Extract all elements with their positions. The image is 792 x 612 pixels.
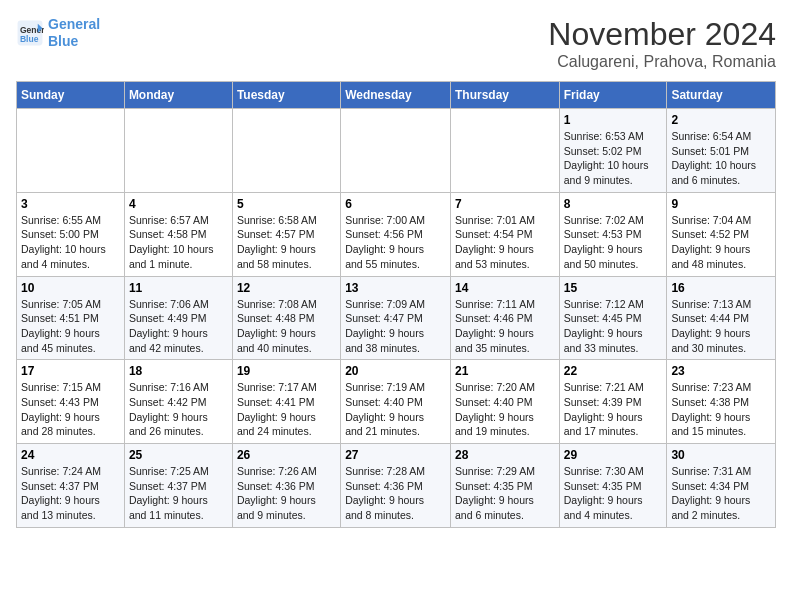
weekday-header-thursday: Thursday xyxy=(450,82,559,109)
day-info: Sunrise: 7:31 AMSunset: 4:34 PMDaylight:… xyxy=(671,464,771,523)
calendar-cell: 21Sunrise: 7:20 AMSunset: 4:40 PMDayligh… xyxy=(450,360,559,444)
day-info: Sunrise: 6:57 AMSunset: 4:58 PMDaylight:… xyxy=(129,213,228,272)
logo: General Blue General Blue xyxy=(16,16,100,50)
calendar-cell: 26Sunrise: 7:26 AMSunset: 4:36 PMDayligh… xyxy=(232,444,340,528)
day-info: Sunrise: 7:30 AMSunset: 4:35 PMDaylight:… xyxy=(564,464,663,523)
day-info: Sunrise: 7:11 AMSunset: 4:46 PMDaylight:… xyxy=(455,297,555,356)
day-info: Sunrise: 7:16 AMSunset: 4:42 PMDaylight:… xyxy=(129,380,228,439)
day-number: 11 xyxy=(129,281,228,295)
day-number: 8 xyxy=(564,197,663,211)
day-info: Sunrise: 7:12 AMSunset: 4:45 PMDaylight:… xyxy=(564,297,663,356)
day-number: 30 xyxy=(671,448,771,462)
day-info: Sunrise: 7:08 AMSunset: 4:48 PMDaylight:… xyxy=(237,297,336,356)
calendar-cell xyxy=(450,109,559,193)
day-number: 6 xyxy=(345,197,446,211)
calendar-cell: 6Sunrise: 7:00 AMSunset: 4:56 PMDaylight… xyxy=(341,192,451,276)
day-info: Sunrise: 6:58 AMSunset: 4:57 PMDaylight:… xyxy=(237,213,336,272)
calendar-cell: 8Sunrise: 7:02 AMSunset: 4:53 PMDaylight… xyxy=(559,192,667,276)
calendar-cell: 23Sunrise: 7:23 AMSunset: 4:38 PMDayligh… xyxy=(667,360,776,444)
day-number: 5 xyxy=(237,197,336,211)
weekday-header-friday: Friday xyxy=(559,82,667,109)
svg-text:Blue: Blue xyxy=(20,33,39,43)
weekday-header-tuesday: Tuesday xyxy=(232,82,340,109)
calendar-cell: 27Sunrise: 7:28 AMSunset: 4:36 PMDayligh… xyxy=(341,444,451,528)
day-info: Sunrise: 7:28 AMSunset: 4:36 PMDaylight:… xyxy=(345,464,446,523)
day-number: 7 xyxy=(455,197,555,211)
day-info: Sunrise: 7:19 AMSunset: 4:40 PMDaylight:… xyxy=(345,380,446,439)
day-number: 10 xyxy=(21,281,120,295)
day-number: 1 xyxy=(564,113,663,127)
calendar-cell: 22Sunrise: 7:21 AMSunset: 4:39 PMDayligh… xyxy=(559,360,667,444)
day-number: 29 xyxy=(564,448,663,462)
weekday-header-saturday: Saturday xyxy=(667,82,776,109)
day-number: 14 xyxy=(455,281,555,295)
calendar-cell xyxy=(17,109,125,193)
weekday-header-sunday: Sunday xyxy=(17,82,125,109)
calendar-cell: 9Sunrise: 7:04 AMSunset: 4:52 PMDaylight… xyxy=(667,192,776,276)
day-number: 19 xyxy=(237,364,336,378)
day-number: 3 xyxy=(21,197,120,211)
calendar-table: SundayMondayTuesdayWednesdayThursdayFrid… xyxy=(16,81,776,528)
day-number: 12 xyxy=(237,281,336,295)
weekday-header-monday: Monday xyxy=(124,82,232,109)
day-info: Sunrise: 7:15 AMSunset: 4:43 PMDaylight:… xyxy=(21,380,120,439)
calendar-cell: 30Sunrise: 7:31 AMSunset: 4:34 PMDayligh… xyxy=(667,444,776,528)
day-number: 18 xyxy=(129,364,228,378)
calendar-cell: 1Sunrise: 6:53 AMSunset: 5:02 PMDaylight… xyxy=(559,109,667,193)
day-number: 25 xyxy=(129,448,228,462)
day-info: Sunrise: 7:20 AMSunset: 4:40 PMDaylight:… xyxy=(455,380,555,439)
day-info: Sunrise: 7:06 AMSunset: 4:49 PMDaylight:… xyxy=(129,297,228,356)
day-number: 28 xyxy=(455,448,555,462)
page-header: General Blue General Blue November 2024 … xyxy=(16,16,776,71)
calendar-cell xyxy=(232,109,340,193)
calendar-cell: 29Sunrise: 7:30 AMSunset: 4:35 PMDayligh… xyxy=(559,444,667,528)
day-number: 16 xyxy=(671,281,771,295)
day-info: Sunrise: 7:00 AMSunset: 4:56 PMDaylight:… xyxy=(345,213,446,272)
day-number: 21 xyxy=(455,364,555,378)
day-info: Sunrise: 7:24 AMSunset: 4:37 PMDaylight:… xyxy=(21,464,120,523)
logo-text-line2: Blue xyxy=(48,33,100,50)
location-subtitle: Calugareni, Prahova, Romania xyxy=(548,53,776,71)
calendar-cell: 18Sunrise: 7:16 AMSunset: 4:42 PMDayligh… xyxy=(124,360,232,444)
day-info: Sunrise: 7:26 AMSunset: 4:36 PMDaylight:… xyxy=(237,464,336,523)
calendar-cell: 19Sunrise: 7:17 AMSunset: 4:41 PMDayligh… xyxy=(232,360,340,444)
day-info: Sunrise: 7:04 AMSunset: 4:52 PMDaylight:… xyxy=(671,213,771,272)
day-number: 17 xyxy=(21,364,120,378)
calendar-cell xyxy=(341,109,451,193)
day-info: Sunrise: 7:25 AMSunset: 4:37 PMDaylight:… xyxy=(129,464,228,523)
day-number: 13 xyxy=(345,281,446,295)
day-info: Sunrise: 7:01 AMSunset: 4:54 PMDaylight:… xyxy=(455,213,555,272)
day-info: Sunrise: 7:29 AMSunset: 4:35 PMDaylight:… xyxy=(455,464,555,523)
day-info: Sunrise: 7:05 AMSunset: 4:51 PMDaylight:… xyxy=(21,297,120,356)
calendar-cell: 12Sunrise: 7:08 AMSunset: 4:48 PMDayligh… xyxy=(232,276,340,360)
calendar-cell: 2Sunrise: 6:54 AMSunset: 5:01 PMDaylight… xyxy=(667,109,776,193)
month-title: November 2024 xyxy=(548,16,776,53)
day-number: 24 xyxy=(21,448,120,462)
calendar-cell: 17Sunrise: 7:15 AMSunset: 4:43 PMDayligh… xyxy=(17,360,125,444)
day-number: 22 xyxy=(564,364,663,378)
calendar-cell: 14Sunrise: 7:11 AMSunset: 4:46 PMDayligh… xyxy=(450,276,559,360)
logo-text-line1: General xyxy=(48,16,100,33)
calendar-cell: 10Sunrise: 7:05 AMSunset: 4:51 PMDayligh… xyxy=(17,276,125,360)
day-info: Sunrise: 7:23 AMSunset: 4:38 PMDaylight:… xyxy=(671,380,771,439)
day-info: Sunrise: 6:55 AMSunset: 5:00 PMDaylight:… xyxy=(21,213,120,272)
calendar-cell: 13Sunrise: 7:09 AMSunset: 4:47 PMDayligh… xyxy=(341,276,451,360)
day-number: 23 xyxy=(671,364,771,378)
weekday-header-wednesday: Wednesday xyxy=(341,82,451,109)
day-number: 27 xyxy=(345,448,446,462)
day-info: Sunrise: 6:53 AMSunset: 5:02 PMDaylight:… xyxy=(564,129,663,188)
day-info: Sunrise: 7:02 AMSunset: 4:53 PMDaylight:… xyxy=(564,213,663,272)
calendar-cell: 5Sunrise: 6:58 AMSunset: 4:57 PMDaylight… xyxy=(232,192,340,276)
day-number: 4 xyxy=(129,197,228,211)
day-number: 20 xyxy=(345,364,446,378)
calendar-cell: 7Sunrise: 7:01 AMSunset: 4:54 PMDaylight… xyxy=(450,192,559,276)
day-info: Sunrise: 7:21 AMSunset: 4:39 PMDaylight:… xyxy=(564,380,663,439)
calendar-cell: 16Sunrise: 7:13 AMSunset: 4:44 PMDayligh… xyxy=(667,276,776,360)
day-number: 9 xyxy=(671,197,771,211)
day-info: Sunrise: 6:54 AMSunset: 5:01 PMDaylight:… xyxy=(671,129,771,188)
calendar-cell: 11Sunrise: 7:06 AMSunset: 4:49 PMDayligh… xyxy=(124,276,232,360)
calendar-cell: 3Sunrise: 6:55 AMSunset: 5:00 PMDaylight… xyxy=(17,192,125,276)
day-info: Sunrise: 7:09 AMSunset: 4:47 PMDaylight:… xyxy=(345,297,446,356)
calendar-cell: 4Sunrise: 6:57 AMSunset: 4:58 PMDaylight… xyxy=(124,192,232,276)
day-info: Sunrise: 7:13 AMSunset: 4:44 PMDaylight:… xyxy=(671,297,771,356)
